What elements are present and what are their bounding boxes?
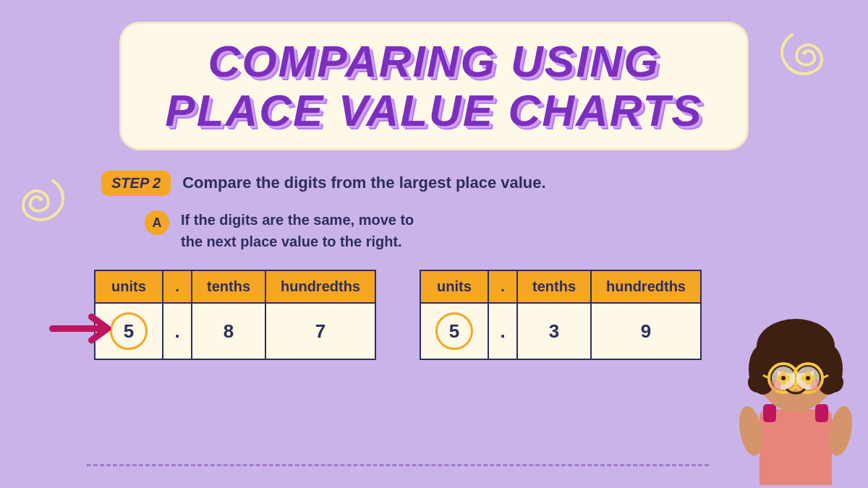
- svg-point-33: [770, 380, 781, 391]
- table2-cell-tenths: 3: [517, 303, 591, 359]
- character-illustration: [723, 297, 868, 488]
- svg-point-34: [810, 380, 822, 391]
- step2-text: Compare the digits from the largest plac…: [182, 171, 545, 192]
- svg-rect-3: [763, 404, 776, 422]
- table1-header-units: units: [95, 270, 163, 303]
- table1-header-hundredths: hundredths: [265, 270, 375, 303]
- step2-badge: Step 2: [101, 171, 171, 196]
- page-title: COMPARING USING PLACE VALUE CHARTS: [165, 37, 702, 135]
- table1-header-tenths: tenths: [192, 270, 265, 303]
- deco-swirl-left: [13, 174, 67, 245]
- arrow-container: [49, 310, 114, 349]
- table1-circle-5: 5: [110, 312, 148, 350]
- table1-cell-dot: .: [163, 303, 192, 359]
- title-line2: PLACE VALUE CHARTS: [165, 85, 702, 135]
- table2-circle-5: 5: [435, 312, 473, 350]
- title-box: COMPARING USING PLACE VALUE CHARTS: [119, 22, 748, 150]
- place-table-1: units . tenths hundredths 5 . 8 7: [94, 270, 376, 360]
- table2-header-dot: .: [488, 270, 517, 303]
- table1-header-dot: .: [163, 270, 192, 303]
- table2-cell-dot: .: [488, 303, 517, 359]
- table2-header-hundredths: hundredths: [591, 270, 701, 303]
- table2-header-units: units: [420, 270, 488, 303]
- character-svg: [723, 297, 868, 485]
- table2-header-tenths: tenths: [517, 270, 591, 303]
- substepA-text: If the digits are the same, move to the …: [181, 209, 414, 252]
- title-container: COMPARING USING PLACE VALUE CHARTS: [0, 0, 868, 150]
- table1-cell-hundredths: 7: [265, 303, 375, 359]
- svg-point-12: [760, 343, 777, 360]
- svg-point-1: [802, 51, 807, 55]
- svg-point-13: [814, 343, 832, 360]
- table2-cell-units: 5: [420, 303, 488, 359]
- substepA-line1: If the digits are the same, move to: [181, 212, 414, 228]
- table2-cell-hundredths: 9: [591, 303, 701, 359]
- title-line1: COMPARING USING: [208, 36, 660, 86]
- step2-section: Step 2 Compare the digits from the large…: [0, 150, 868, 203]
- svg-rect-4: [815, 404, 828, 422]
- arrow-icon: [49, 310, 114, 346]
- svg-point-31: [781, 376, 786, 380]
- table1-cell-tenths: 8: [192, 303, 265, 359]
- svg-point-0: [38, 197, 43, 201]
- substepA-section: A If the digits are the same, move to th…: [0, 203, 868, 252]
- deco-swirl-right: [770, 27, 832, 99]
- svg-point-32: [806, 376, 810, 380]
- place-table-2: units . tenths hundredths 5 . 3 9: [420, 270, 702, 360]
- substepA-line2: the next place value to the right.: [181, 234, 402, 249]
- dashed-divider: [87, 464, 709, 466]
- substepA-badge: A: [145, 210, 169, 235]
